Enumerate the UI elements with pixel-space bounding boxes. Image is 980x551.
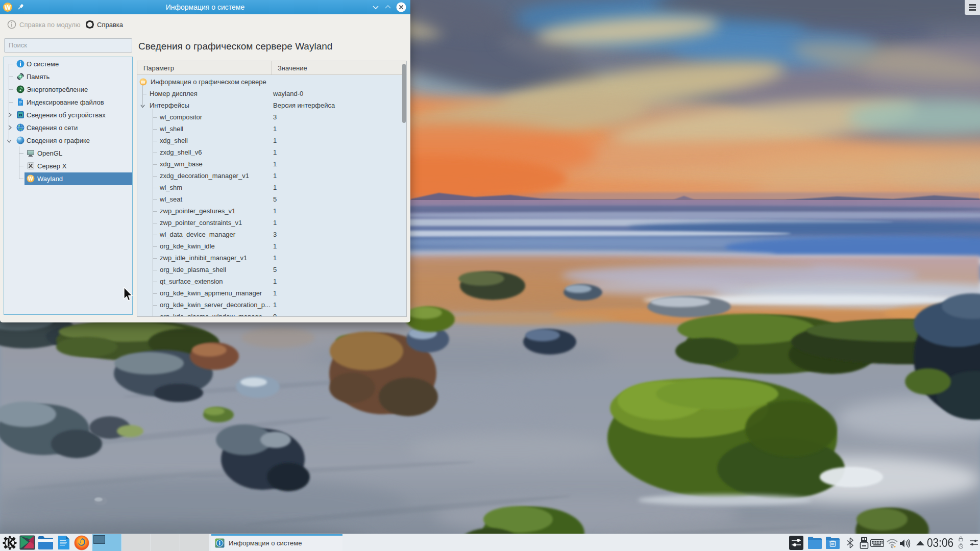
svg-text:W: W [141, 80, 145, 85]
svg-text:W: W [28, 176, 33, 182]
